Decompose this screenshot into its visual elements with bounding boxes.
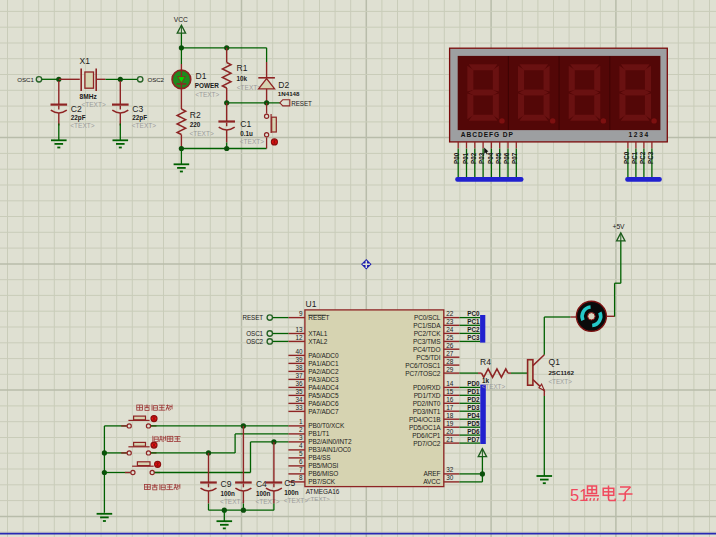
svg-text:PB4/SS: PB4/SS xyxy=(308,454,331,461)
svg-text:1234: 1234 xyxy=(629,131,650,138)
svg-text:PC1/SDA: PC1/SDA xyxy=(413,322,441,329)
svg-text:PD5/OC1A: PD5/OC1A xyxy=(409,424,441,431)
svg-text:OSC2: OSC2 xyxy=(246,338,263,345)
svg-text:PB5/MOSI: PB5/MOSI xyxy=(308,462,338,469)
svg-text:R1: R1 xyxy=(237,63,248,73)
svg-text:C1: C1 xyxy=(240,119,251,129)
svg-text:PD1/TXD: PD1/TXD xyxy=(414,392,441,399)
svg-text:P06: P06 xyxy=(503,152,510,164)
svg-text:PB0/T0/XCK: PB0/T0/XCK xyxy=(308,422,345,429)
svg-text:VCC: VCC xyxy=(174,16,188,23)
svg-text:39: 39 xyxy=(295,356,303,363)
svg-text:PA4/ADC4: PA4/ADC4 xyxy=(308,384,339,391)
svg-text:36: 36 xyxy=(295,380,303,387)
svg-text:RESET: RESET xyxy=(243,314,264,321)
svg-text:PD4/OC1B: PD4/OC1B xyxy=(409,416,440,423)
svg-text:PC6/TOSC1: PC6/TOSC1 xyxy=(405,362,441,369)
svg-text:POWER: POWER xyxy=(195,82,220,89)
svg-text:C2: C2 xyxy=(71,104,82,114)
svg-text:U1: U1 xyxy=(306,299,317,309)
svg-text:<TEXT>: <TEXT> xyxy=(132,122,156,129)
svg-text:<TEXT>: <TEXT> xyxy=(220,498,244,505)
svg-text:<TEXT>: <TEXT> xyxy=(255,498,279,505)
svg-text:<TEXT>: <TEXT> xyxy=(548,378,572,385)
svg-text:7: 7 xyxy=(299,466,303,473)
svg-text:220: 220 xyxy=(190,121,201,128)
svg-text:XTAL2: XTAL2 xyxy=(308,338,327,345)
svg-text:PC3: PC3 xyxy=(467,334,480,341)
svg-text:PA7/ADC7: PA7/ADC7 xyxy=(308,408,339,415)
svg-text:R2: R2 xyxy=(190,110,201,120)
svg-text:C4: C4 xyxy=(256,479,267,489)
svg-text:P01: P01 xyxy=(462,152,469,164)
svg-text:24: 24 xyxy=(446,326,454,333)
svg-text:2: 2 xyxy=(299,426,303,433)
svg-text:PB2/AIN0/INT2: PB2/AIN0/INT2 xyxy=(308,438,352,445)
svg-text:0.1u: 0.1u xyxy=(240,130,253,137)
svg-text:PC0: PC0 xyxy=(467,310,480,317)
svg-text:100n: 100n xyxy=(256,490,271,497)
svg-text:PD7/OC2: PD7/OC2 xyxy=(413,440,441,447)
svg-text:21: 21 xyxy=(446,436,454,443)
svg-text:PD2/INT0: PD2/INT0 xyxy=(413,400,441,407)
svg-text:<TEXT>: <TEXT> xyxy=(82,101,106,108)
svg-text:+5V: +5V xyxy=(613,223,626,230)
svg-text:14: 14 xyxy=(446,380,454,387)
svg-text:RESET: RESET xyxy=(291,100,312,107)
svg-text:P00: P00 xyxy=(453,152,460,164)
svg-text:13: 13 xyxy=(295,326,303,333)
svg-text:20: 20 xyxy=(446,428,454,435)
svg-text:C5: C5 xyxy=(284,478,295,488)
svg-text:PA6/ADC6: PA6/ADC6 xyxy=(308,400,339,407)
svg-text:P07: P07 xyxy=(511,152,518,164)
svg-text:OSC1: OSC1 xyxy=(246,330,263,337)
svg-text:D2: D2 xyxy=(278,80,289,90)
svg-text:PB3/AIN1/OC0: PB3/AIN1/OC0 xyxy=(308,446,351,453)
svg-text:<TEXT>: <TEXT> xyxy=(482,383,506,390)
svg-text:27: 27 xyxy=(446,350,454,357)
svg-text:51: 51 xyxy=(570,486,588,504)
svg-text:32: 32 xyxy=(446,466,454,473)
svg-text:<TEXT>: <TEXT> xyxy=(307,495,330,502)
svg-text:PB1/T1: PB1/T1 xyxy=(308,430,330,437)
svg-text:P05: P05 xyxy=(495,152,502,164)
svg-text:PA3/ADC3: PA3/ADC3 xyxy=(308,376,339,383)
svg-text:P03: P03 xyxy=(478,152,485,164)
svg-text:19: 19 xyxy=(446,420,454,427)
svg-text:PD5: PD5 xyxy=(467,420,480,427)
svg-text:PD3: PD3 xyxy=(467,404,480,411)
svg-text:PD7: PD7 xyxy=(467,436,480,443)
svg-text:P02: P02 xyxy=(470,152,477,164)
svg-text:PA2/ADC2: PA2/ADC2 xyxy=(308,368,339,375)
svg-text:40: 40 xyxy=(295,348,303,355)
svg-text:PD3/INT1: PD3/INT1 xyxy=(413,408,441,415)
svg-text:PC2: PC2 xyxy=(467,326,480,333)
svg-text:C9: C9 xyxy=(221,479,232,489)
svg-text:28: 28 xyxy=(446,358,454,365)
svg-text:38: 38 xyxy=(295,364,303,371)
svg-text:PC3: PC3 xyxy=(647,151,654,164)
svg-text:PD0/RXD: PD0/RXD xyxy=(413,384,441,391)
svg-text:3: 3 xyxy=(299,434,303,441)
svg-text:100n: 100n xyxy=(284,489,299,496)
svg-text:34: 34 xyxy=(295,396,303,403)
svg-text:PD6/ICP1: PD6/ICP1 xyxy=(412,432,441,439)
svg-text:22pF: 22pF xyxy=(71,114,86,122)
svg-text:PC5/TDI: PC5/TDI xyxy=(416,354,441,361)
svg-text:PC3/TMS: PC3/TMS xyxy=(413,338,441,345)
svg-text:PA1/ADC1: PA1/ADC1 xyxy=(308,360,339,367)
svg-text:22: 22 xyxy=(446,310,454,317)
svg-text:PC4/TDO: PC4/TDO xyxy=(413,346,441,353)
svg-text:ATMEGA16: ATMEGA16 xyxy=(306,488,340,495)
svg-text:X1: X1 xyxy=(80,56,91,66)
svg-text:35: 35 xyxy=(295,388,303,395)
svg-text:PD0: PD0 xyxy=(467,380,480,387)
svg-text:PC1: PC1 xyxy=(467,318,480,325)
svg-text:<TEXT>: <TEXT> xyxy=(240,138,264,145)
svg-text:<TEXT>: <TEXT> xyxy=(284,497,308,504)
svg-text:100n: 100n xyxy=(221,490,236,497)
svg-text:PD4: PD4 xyxy=(467,412,480,419)
svg-text:PC7/TOSC2: PC7/TOSC2 xyxy=(405,370,441,377)
svg-text:PD2: PD2 xyxy=(467,396,480,403)
svg-text:5: 5 xyxy=(299,450,303,457)
